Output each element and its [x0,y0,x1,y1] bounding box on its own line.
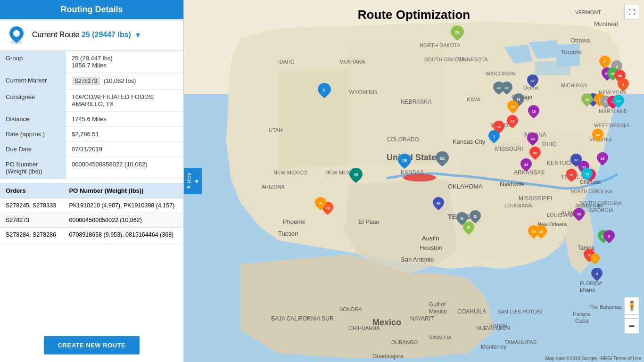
svg-text:GEORGIA: GEORGIA [589,207,614,213]
map-container[interactable]: ◄ ◄ Hide Route Optimization [184,0,644,362]
svg-text:13: 13 [511,119,515,123]
svg-text:10: 10 [570,173,574,177]
hide-label: ◄ Hide [186,173,192,190]
svg-text:San Antonio: San Antonio [401,256,434,263]
svg-text:47: 47 [505,86,509,90]
svg-text:IDAHO: IDAHO [278,59,295,65]
svg-text:MISSISSIPPI: MISSISSIPPI [519,195,552,202]
svg-text:A: A [319,201,322,206]
svg-text:Monterrey: Monterrey [481,344,506,350]
svg-text:SAN LUIS POTOSI: SAN LUIS POTOSI [497,309,542,314]
svg-text:DURANGO: DURANGO [391,339,418,345]
svg-text:4: 4 [622,82,625,87]
svg-text:POTOSI: POTOSI [489,323,507,329]
svg-text:Nashville: Nashville [500,181,525,188]
orders-body: S278245, S278333 PK1910210 (4,907), PK19… [0,198,183,242]
svg-text:SOUTH DAKOTA: SOUTH DAKOTA [424,57,465,62]
svg-text:Tucson: Tucson [278,230,298,237]
consignee-row: Consignee TOPCO/AFFILIATED FOODS, AMARIL… [0,90,183,112]
table-row: S278273 000004500858022 (10,062) [0,213,183,228]
svg-text:47: 47 [531,79,535,83]
svg-text:J: J [615,64,618,69]
svg-text:Guadalajara: Guadalajara [372,353,404,360]
due-date-label: Due Date [0,142,66,157]
route-icon [6,24,27,46]
street-view-control[interactable]: 🧍 [624,297,639,315]
svg-text:F: F [323,88,326,92]
svg-text:KANSAS: KANSAS [401,169,424,176]
group-row: Group 25 (29,447 lbs) 1856.7 Miles [0,51,183,73]
svg-text:Mexico: Mexico [429,308,447,315]
svg-text:Toronto: Toronto [561,49,581,56]
svg-text:ARKANSAS: ARKANSAS [514,169,545,176]
svg-text:32: 32 [497,125,501,129]
svg-text:Cuba: Cuba [575,318,589,324]
svg-text:12: 12 [574,158,578,162]
svg-text:UTAH: UTAH [269,127,282,133]
due-date-value: 07/31/2019 [66,142,183,157]
create-route-button[interactable]: CREATE NEW ROUTE [44,336,140,354]
svg-text:Ottawa: Ottawa [570,37,590,44]
consignee-label: Consignee [0,90,66,112]
map-attribution: Map data ©2019 Google, INEGI Terms of Us… [545,356,641,361]
svg-text:Kansas City: Kansas City [453,138,486,145]
svg-text:The Bahamas: The Bahamas [589,304,622,310]
zoom-out-button[interactable]: − [624,319,639,334]
group-label: Group [0,51,66,73]
svg-text:47: 47 [497,86,501,90]
route-selector[interactable]: Current Route 25 (29447 lbs) ▾ [0,19,183,51]
svg-text:B: B [474,214,477,219]
svg-text:BAJA CALIFORNIA SUR: BAJA CALIFORNIA SUR [271,315,334,322]
route-selector-text: Current Route 25 (29447 lbs) [32,31,131,39]
svg-text:OKLAHOMA: OKLAHOMA [448,183,483,190]
svg-text:Miami: Miami [580,287,595,294]
svg-text:COLORADO: COLORADO [387,136,419,143]
svg-text:VERMONT: VERMONT [575,9,601,15]
distance-label: Distance [0,112,66,127]
svg-text:COAHUILA: COAHUILA [457,308,486,315]
svg-text:10: 10 [532,230,536,234]
svg-text:FLORIDA: FLORIDA [580,280,603,286]
svg-text:46: 46 [533,151,537,155]
svg-text:10: 10 [539,230,544,234]
svg-text:MONTANA: MONTANA [339,59,365,65]
fullscreen-button[interactable]: ⛶ [624,5,639,20]
route-dropdown-arrow[interactable]: ▾ [136,30,140,40]
svg-text:WYOMING: WYOMING [349,89,377,96]
svg-text:8: 8 [596,272,598,276]
hide-button[interactable]: ◄ ◄ Hide [184,168,202,194]
svg-text:A: A [603,59,607,64]
svg-text:18: 18 [532,109,536,114]
svg-text:OHIO: OHIO [542,141,557,148]
svg-text:LOUISIANA: LOUISIANA [547,212,575,218]
svg-text:MISSOURI: MISSOURI [495,146,523,152]
svg-text:59: 59 [618,74,622,78]
svg-text:CHIHUAHUA: CHIHUAHUA [349,325,380,331]
po-number-value: 000004500858022 (10,062) [66,157,183,179]
svg-text:42: 42 [585,98,589,102]
svg-text:Montreal: Montreal [594,20,618,27]
svg-text:46: 46 [437,201,441,206]
svg-text:NAYARIT: NAYARIT [410,315,434,322]
sidebar-title: Routing Details [60,5,123,14]
orders-header-row: Orders PO Number (Weight (lbs)) [0,183,183,198]
po-number-label: PO Number (Weight (lbs)) [0,157,66,179]
rate-label: Rate (approx.) [0,127,66,142]
svg-text:18: 18 [326,206,330,210]
svg-text:64: 64 [511,105,515,109]
svg-text:H: H [517,97,520,102]
svg-text:Phoenix: Phoenix [283,218,305,225]
svg-text:MICHIGAN: MICHIGAN [561,82,587,88]
current-marker-value: S278273 (10,062 lbs) [66,73,183,90]
orders-col2-header: PO Number (Weight (lbs)) [64,183,183,198]
rate-row: Rate (approx.) $2,786.51 [0,127,183,142]
details-table: Group 25 (29,447 lbs) 1856.7 Miles Curre… [0,51,183,179]
svg-text:SOUTH CAROLINA: SOUTH CAROLINA [580,201,622,206]
due-date-row: Due Date 07/31/2019 [0,142,183,157]
svg-text:NEBRASKA: NEBRASKA [401,99,431,105]
svg-text:Gulf of: Gulf of [429,301,446,308]
svg-text:NORTH DAKOTA: NORTH DAKOTA [420,42,461,48]
distance-value: 1745.6 Miles [66,112,183,127]
svg-text:WISCONSIN: WISCONSIN [486,71,516,76]
person-icon[interactable]: 🧍 [624,297,639,315]
